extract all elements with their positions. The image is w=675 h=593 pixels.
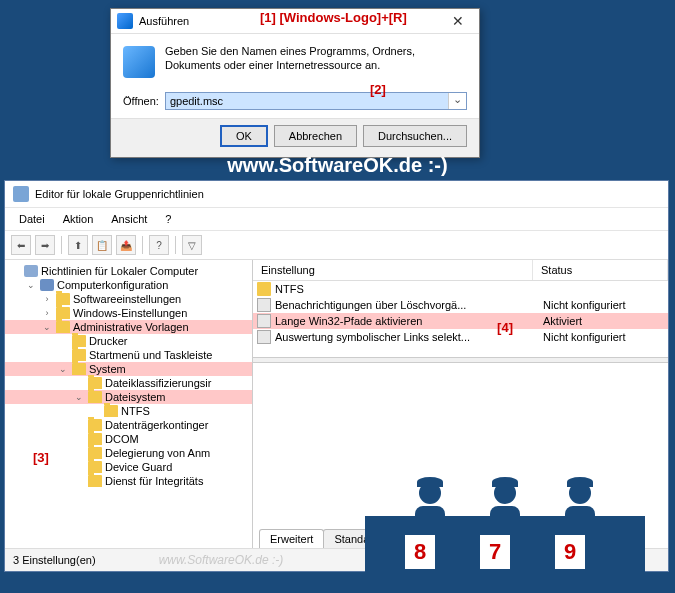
tree-item[interactable]: Richtlinien für Lokaler Computer xyxy=(5,264,252,278)
tab-standard[interactable]: Standard xyxy=(323,529,390,548)
help-icon[interactable]: ? xyxy=(149,235,169,255)
folder-icon xyxy=(72,335,86,347)
watermark: www.SoftwareOK.de :-) xyxy=(159,553,284,567)
list-row[interactable]: Lange Win32-Pfade aktivierenAktiviert xyxy=(253,313,668,329)
run-app-icon xyxy=(123,46,155,78)
tree-item[interactable]: Dateiklassifizierungsir xyxy=(5,376,252,390)
expand-icon[interactable]: › xyxy=(41,294,53,304)
list-row[interactable]: Auswertung symbolischer Links selekt...N… xyxy=(253,329,668,345)
setting-status: Nicht konfiguriert xyxy=(543,299,664,311)
folder-icon xyxy=(88,419,102,431)
tree-label: System xyxy=(89,363,126,375)
open-input[interactable] xyxy=(166,93,448,109)
expand-icon[interactable]: ⌄ xyxy=(25,280,37,290)
expand-icon[interactable]: ⌄ xyxy=(73,392,85,402)
open-combo[interactable]: ⌄ xyxy=(165,92,467,110)
run-icon xyxy=(117,13,133,29)
setting-status: Aktiviert xyxy=(543,315,664,327)
folder-icon xyxy=(56,307,70,319)
list-header: Einstellung Status xyxy=(253,260,668,281)
menu-view[interactable]: Ansicht xyxy=(103,210,155,228)
gpedit-title: Editor für lokale Gruppenrichtlinien xyxy=(35,188,204,200)
run-titlebar[interactable]: Ausführen ✕ xyxy=(111,9,479,34)
open-label: Öffnen: xyxy=(123,95,159,107)
back-icon[interactable]: ⬅ xyxy=(11,235,31,255)
ok-button[interactable]: OK xyxy=(220,125,268,147)
tree-label: Delegierung von Anm xyxy=(105,447,210,459)
tree-item[interactable]: ⌄Administrative Vorlagen xyxy=(5,320,252,334)
expand-icon[interactable]: › xyxy=(41,308,53,318)
close-icon[interactable]: ✕ xyxy=(443,13,473,29)
root-icon xyxy=(24,265,38,277)
cancel-button[interactable]: Abbrechen xyxy=(274,125,357,147)
preview-pane: Erweitert Standard xyxy=(253,363,668,548)
setting-icon xyxy=(257,314,271,328)
run-description: Geben Sie den Namen eines Programms, Ord… xyxy=(165,44,467,78)
folder-icon xyxy=(88,391,102,403)
forward-icon[interactable]: ➡ xyxy=(35,235,55,255)
tree-label: Device Guard xyxy=(105,461,172,473)
export-icon[interactable]: 📤 xyxy=(116,235,136,255)
run-title: Ausführen xyxy=(139,15,443,27)
gpedit-icon xyxy=(13,186,29,202)
list-row[interactable]: NTFS xyxy=(253,281,668,297)
setting-name: Lange Win32-Pfade aktivieren xyxy=(275,315,543,327)
setting-name: NTFS xyxy=(275,283,543,295)
tree-item[interactable]: ⌄Dateisystem xyxy=(5,390,252,404)
menu-file[interactable]: Datei xyxy=(11,210,53,228)
folder-icon xyxy=(72,349,86,361)
tree-pane[interactable]: Richtlinien für Lokaler Computer⌄Compute… xyxy=(5,260,253,548)
tree-item[interactable]: ⌄System xyxy=(5,362,252,376)
folder-icon xyxy=(88,377,102,389)
tab-extended[interactable]: Erweitert xyxy=(259,529,324,548)
run-dialog: Ausführen ✕ Geben Sie den Namen eines Pr… xyxy=(110,8,480,158)
tree-label: Datenträgerkontinger xyxy=(105,419,208,431)
tree-item[interactable]: Device Guard xyxy=(5,460,252,474)
tree-item[interactable]: Delegierung von Anm xyxy=(5,446,252,460)
setting-icon xyxy=(257,330,271,344)
chevron-down-icon[interactable]: ⌄ xyxy=(448,93,466,109)
tree-label: Softwareeinstellungen xyxy=(73,293,181,305)
tree-label: Richtlinien für Lokaler Computer xyxy=(41,265,198,277)
tree-label: Computerkonfiguration xyxy=(57,279,168,291)
setting-name: Benachrichtigungen über Löschvorgä... xyxy=(275,299,543,311)
tree-label: Dateiklassifizierungsir xyxy=(105,377,211,389)
tree-label: Dienst für Integritäts xyxy=(105,475,203,487)
up-icon[interactable]: ⬆ xyxy=(68,235,88,255)
tree-item[interactable]: ›Windows-Einstellungen xyxy=(5,306,252,320)
tree-item[interactable]: Startmenü und Taskleiste xyxy=(5,348,252,362)
menu-help[interactable]: ? xyxy=(157,210,179,228)
menu-action[interactable]: Aktion xyxy=(55,210,102,228)
tree-label: Dateisystem xyxy=(105,391,166,403)
tree-item[interactable]: Dienst für Integritäts xyxy=(5,474,252,488)
column-status[interactable]: Status xyxy=(533,260,668,280)
browse-button[interactable]: Durchsuchen... xyxy=(363,125,467,147)
setting-name: Auswertung symbolischer Links selekt... xyxy=(275,331,543,343)
tree-label: Administrative Vorlagen xyxy=(73,321,189,333)
tree-item[interactable]: Drucker xyxy=(5,334,252,348)
list-body[interactable]: NTFSBenachrichtigungen über Löschvorgä..… xyxy=(253,281,668,345)
tree-item[interactable]: Datenträgerkontinger xyxy=(5,418,252,432)
list-row[interactable]: Benachrichtigungen über Löschvorgä...Nic… xyxy=(253,297,668,313)
tree-item[interactable]: DCOM xyxy=(5,432,252,446)
tree-item[interactable]: ›Softwareeinstellungen xyxy=(5,292,252,306)
tree-item[interactable]: NTFS xyxy=(5,404,252,418)
folder-icon xyxy=(88,475,102,487)
tree-label: Windows-Einstellungen xyxy=(73,307,187,319)
status-bar: 3 Einstellung(en) www.SoftwareOK.de :-) xyxy=(5,548,668,571)
tree-item[interactable]: ⌄Computerkonfiguration xyxy=(5,278,252,292)
column-setting[interactable]: Einstellung xyxy=(253,260,533,280)
folder-icon xyxy=(104,405,118,417)
expand-icon[interactable]: ⌄ xyxy=(41,322,53,332)
filter-icon[interactable]: ▽ xyxy=(182,235,202,255)
tree-label: Startmenü und Taskleiste xyxy=(89,349,212,361)
properties-icon[interactable]: 📋 xyxy=(92,235,112,255)
comp-icon xyxy=(40,279,54,291)
expand-icon[interactable]: ⌄ xyxy=(57,364,69,374)
setting-status: Nicht konfiguriert xyxy=(543,331,664,343)
folder-icon xyxy=(72,363,86,375)
gpedit-titlebar[interactable]: Editor für lokale Gruppenrichtlinien xyxy=(5,181,668,208)
watermark-url: www.SoftwareOK.de :-) xyxy=(0,154,675,177)
folder-icon xyxy=(88,461,102,473)
folder-icon xyxy=(56,293,70,305)
